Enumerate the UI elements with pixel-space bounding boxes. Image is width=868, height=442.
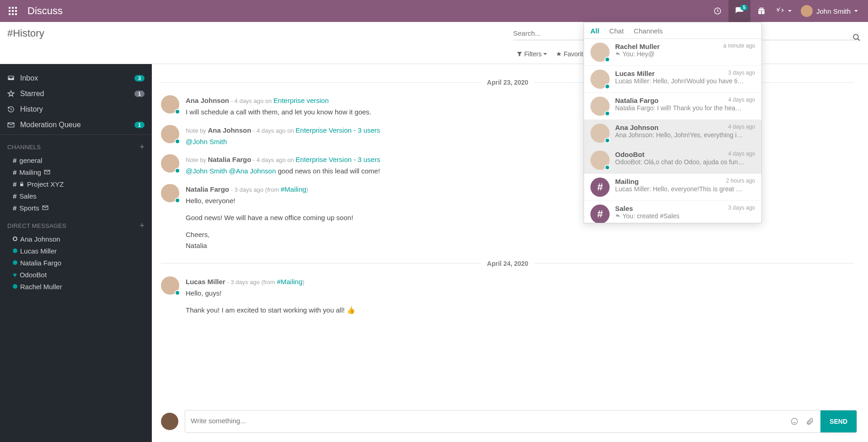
user-menu[interactable]: John Smith [794,5,864,17]
mail-icon [7,121,15,129]
lock-icon [19,182,24,187]
avatar [161,125,179,143]
messaging-panel: All Chat Channels Rachel Mullera minute … [584,22,762,223]
status-dot-icon [13,237,17,241]
topbar: Discuss 5 John Smith [0,0,868,22]
panel-item[interactable]: #Sales3 days agoYou: created #Sales [584,201,761,223]
history-icon [7,106,15,113]
emoji-icon[interactable] [790,417,798,426]
channel-general[interactable]: # general [0,154,152,166]
svg-rect-2 [15,7,17,9]
message-link[interactable]: #Mailing [281,185,306,193]
add-dm-button[interactable]: + [139,221,145,231]
message-link[interactable]: #Mailing [277,278,302,286]
mention[interactable]: @Ana Johnson [229,167,276,175]
svg-rect-8 [15,13,17,15]
panel-item[interactable]: Natalia Fargo4 days agoNatalia Fargo: I … [584,93,761,120]
mail-icon [42,205,48,210]
panel-item[interactable]: Lucas Miller3 days agoLucas Miller: Hell… [584,66,761,93]
status-dot-icon [13,260,17,265]
panel-tab-all[interactable]: All [590,27,599,35]
svg-rect-5 [15,10,17,12]
add-channel-button[interactable]: + [139,142,145,152]
channel-avatar-icon: # [590,205,610,223]
dm-rachel-muller[interactable]: Rachel Muller [0,280,152,292]
avatar [590,151,610,170]
apps-icon[interactable] [4,0,22,22]
svg-point-10 [853,34,858,39]
star-icon [7,90,15,97]
svg-rect-1 [12,7,14,9]
status-dot-icon [13,284,17,289]
user-name: John Smith [816,7,851,15]
send-button[interactable]: SEND [820,410,857,432]
heart-icon: ♥ [13,271,17,279]
search-icon[interactable] [852,33,861,42]
svg-rect-3 [9,10,11,12]
panel-item[interactable]: OdooBot4 days agoOdooBot: Olá,o chat do … [584,147,761,174]
svg-rect-6 [9,13,11,15]
channels-header: CHANNELS + [0,140,152,154]
message-author: Ana Johnson [186,97,229,104]
app-title: Discuss [27,5,63,17]
reply-icon [615,213,621,218]
message-link[interactable]: Enterprise Version - 3 users [295,156,380,163]
panel-item[interactable]: #Mailing2 hours agoLucas Miller: Hello, … [584,174,761,201]
inbox-icon [7,75,15,82]
gift-icon[interactable] [750,0,772,22]
mail-icon [44,169,50,175]
avatar [590,97,610,116]
channel-avatar-icon: # [590,178,610,197]
avatar [161,184,179,202]
panel-item[interactable]: Rachel Mullera minute agoYou: Hey@ [584,39,761,66]
mention[interactable]: @John Smith [186,167,227,175]
dm-natalia-fargo[interactable]: Natalia Fargo [0,257,152,269]
message-link[interactable]: Enterprise version [273,97,329,104]
composer-avatar [161,413,178,430]
count-badge: 1 [134,122,145,128]
svg-rect-4 [12,10,14,12]
panel-tab-chat[interactable]: Chat [609,27,624,35]
channel-sales[interactable]: # Sales [0,190,152,202]
avatar [161,154,179,172]
avatar [161,95,179,113]
avatar [590,124,610,143]
user-avatar [801,5,813,17]
messages-count-badge: 5 [740,5,748,11]
channel-sports[interactable]: # Sports [0,202,152,214]
svg-point-13 [791,418,798,425]
activities-icon[interactable] [707,0,729,22]
composer-input[interactable] [185,410,784,432]
count-badge: 3 [134,75,145,81]
dm-ana-johnson[interactable]: Ana Johnson [0,233,152,245]
dm-lucas-miller[interactable]: Lucas Miller [0,245,152,257]
messages-icon[interactable]: 5 [729,0,750,22]
dm-odoobot[interactable]: ♥OdooBot [0,269,152,280]
svg-rect-7 [12,13,14,15]
mention[interactable]: @John Smith [186,138,227,146]
dm-header: DIRECT MESSAGES + [0,218,152,233]
attach-icon[interactable] [806,417,814,426]
filters-button[interactable]: Filters [517,50,547,58]
reply-icon [615,51,621,56]
count-badge: 1 [134,91,145,97]
channel-project-xyz[interactable]: # Project XYZ [0,178,152,190]
avatar [590,70,610,89]
channel-mailing[interactable]: # Mailing [0,166,152,178]
sidebar-moderation-queue[interactable]: Moderation Queue1 [0,117,152,133]
sidebar-inbox[interactable]: Inbox3 [0,70,152,86]
avatar [590,43,610,62]
panel-item[interactable]: Ana Johnson4 days agoAna Johnson: Hello,… [584,120,761,147]
sidebar-history[interactable]: History [0,102,152,117]
tools-icon[interactable] [772,0,794,22]
status-dot-icon [13,248,17,253]
avatar [161,276,179,295]
message-link[interactable]: Enterprise Version - 3 users [295,126,380,134]
svg-rect-0 [9,7,11,9]
composer: SEND [152,403,868,442]
sidebar: Inbox3Starred1HistoryModeration Queue1 C… [0,64,152,442]
panel-tab-channels[interactable]: Channels [634,27,663,35]
message: Lucas Miller - 3 days ago (from #Mailing… [161,273,854,319]
date-separator: April 24, 2020 [161,260,854,267]
sidebar-starred[interactable]: Starred1 [0,86,152,102]
